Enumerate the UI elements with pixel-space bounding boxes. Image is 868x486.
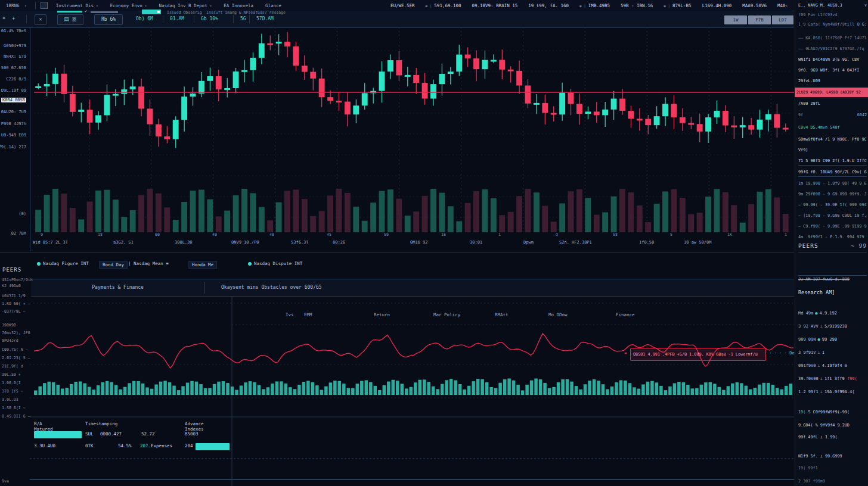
indicator-volume-bar bbox=[213, 384, 216, 395]
sidebar-list-item[interactable]: – 99.99( - 39.9E 1f( 999 994L bbox=[798, 202, 867, 207]
range-button[interactable]: F7B bbox=[748, 15, 771, 24]
sidebar-list-item[interactable]: 9m 29f090 - 9 G9 X99 99f9. J19 99f1.90 bbox=[798, 192, 867, 197]
crosshair-tool-icon[interactable]: ⌖ bbox=[2, 15, 5, 21]
candle bbox=[70, 94, 76, 112]
chart-annotation[interactable]: OBS01 4.991 .4PFB +S/B 1,089. K0% 6Bs@ -… bbox=[630, 348, 766, 361]
indicator-volume-bar bbox=[306, 381, 309, 395]
research-row: 39.f0V00⊥1f1 3ff9 f99( bbox=[798, 376, 867, 381]
sidebar-list-item[interactable]: 4m .9f99f1 - E.1.9. 994 979 779( bbox=[798, 235, 867, 239]
interval-item[interactable]: 5G bbox=[240, 16, 246, 21]
menu-label: EA Innovela bbox=[224, 3, 253, 8]
interval-item[interactable]: Ob) 6M bbox=[136, 16, 153, 21]
indicator-volume-bar bbox=[427, 382, 430, 395]
indicator-volume-bar bbox=[217, 382, 220, 395]
teal-badge[interactable] bbox=[142, 10, 161, 14]
peer-row[interactable]: 39L.S9 + bbox=[2, 372, 21, 377]
alert-row[interactable]: 2LU29 49G99: L4S9B (A939Y 92 bbox=[795, 88, 868, 97]
peer-row[interactable]: 1.S0 6(I ~ bbox=[2, 406, 26, 410]
candle bbox=[104, 95, 110, 115]
peer-row[interactable]: C09.7S( N – bbox=[2, 347, 28, 352]
check-icon: ✓ bbox=[85, 9, 87, 14]
peer-row[interactable]: 2.0I.23( 5 – bbox=[2, 356, 30, 360]
sidebar-list-item[interactable]: 1m 19.990 - 1.9f9 90( 49 9 E.C 9ffl bbox=[798, 181, 867, 186]
sidebar-line-text: – (19.f99 - 9.G9E C9UL 19 f.C19f 9 bbox=[798, 213, 867, 218]
menu-item[interactable]: Economy Envo▾ bbox=[110, 3, 147, 8]
indicator-volume-bar bbox=[231, 387, 234, 395]
ticker-value: MAA9.50V6 bbox=[742, 3, 767, 8]
peer-row[interactable]: J90K90 bbox=[2, 323, 16, 328]
legend-item[interactable]: Bond Day bbox=[99, 261, 128, 269]
brand-menu[interactable]: 1BRN6 ▾ bbox=[6, 3, 27, 8]
indicator-volume-bar bbox=[275, 381, 278, 395]
candlestick-chart[interactable] bbox=[30, 27, 794, 251]
legend-item[interactable]: Honda Me bbox=[188, 261, 217, 269]
toolbar-button[interactable]: Rb 6% bbox=[94, 14, 123, 25]
price-label: C226 0/9 bbox=[6, 77, 26, 82]
candle bbox=[534, 103, 540, 105]
volume-bar bbox=[465, 203, 471, 232]
legend-label: | Nasdaq Mean ≡ bbox=[128, 261, 169, 266]
sidebar-line-text: 99f.49fL ⊥ 1.99( bbox=[798, 435, 837, 440]
peer-row[interactable]: U04321.1/9 bbox=[2, 294, 26, 298]
remove-tool-button[interactable]: ✕ bbox=[35, 14, 46, 25]
peer-row[interactable]: 70mv32), JF0 bbox=[2, 331, 30, 335]
peer-row[interactable]: -0377/9L ~ bbox=[2, 309, 26, 314]
menu-item[interactable]: EA Innovela bbox=[224, 3, 253, 8]
peer-row[interactable]: 1.00.0(I bbox=[2, 381, 21, 385]
peer-row[interactable]: 4S1+P0vn7/9th bbox=[2, 278, 33, 282]
sidebar-line-right: ~ 99 bbox=[851, 242, 867, 249]
price-axis: 0G.4% 70eSG0504+979NN4X: $79500 67.65BC2… bbox=[0, 27, 30, 251]
legend-item[interactable]: | Nasdaq Mean ≡ bbox=[128, 261, 169, 266]
peer-row[interactable]: 3T0 IfS ~ bbox=[2, 389, 23, 394]
range-button[interactable]: LD7 bbox=[772, 15, 793, 24]
legend-item[interactable]: Nasdaq Dispute INT bbox=[248, 261, 302, 266]
tab-obstacles[interactable]: Okaysent mins Obstacles over 600/65 bbox=[221, 279, 322, 296]
sidebar-line-text: WN1f1 D4C40Vm 3(E 9G. C8V bbox=[798, 57, 859, 62]
tab-payments-finance[interactable]: Payments & Finance bbox=[31, 279, 204, 296]
peer-row[interactable]: 21E.9f( d bbox=[2, 364, 23, 369]
menu-item[interactable]: Instrument Dis▾ bbox=[56, 3, 98, 8]
candle bbox=[516, 71, 522, 86]
sidebar-list-item[interactable]: – C9.f99( - 9.99E .99 9199 9C14( bbox=[798, 224, 867, 229]
peer-row[interactable]: 1.RO 60( + – bbox=[2, 301, 30, 306]
menu-item[interactable]: Glance bbox=[265, 3, 281, 8]
legend-item[interactable]: Nasdaq Figure INT bbox=[37, 261, 89, 266]
indicator-volume-bar bbox=[79, 381, 82, 395]
candle bbox=[491, 60, 497, 62]
toolbar-button[interactable]: 回 器 bbox=[57, 14, 83, 25]
volume-bar bbox=[87, 201, 93, 232]
volume-bar bbox=[113, 200, 119, 232]
peer-row[interactable]: 0.4S.0II 6 – bbox=[2, 414, 30, 419]
peer-row[interactable]: 3.9L.U3 bbox=[2, 397, 18, 402]
indicator-volume-bar bbox=[740, 383, 743, 395]
sidebar-highlight-token: 10( bbox=[798, 410, 808, 415]
volume-bar bbox=[156, 194, 162, 232]
volume-bar bbox=[714, 189, 720, 232]
peer-row[interactable]: 9va bbox=[2, 479, 9, 484]
candle bbox=[241, 70, 247, 72]
interval-item[interactable]: 57D.AM bbox=[256, 16, 274, 21]
interval-item[interactable]: 01.AM bbox=[170, 16, 184, 21]
indicator-volume-bar bbox=[606, 390, 609, 395]
volume-bar bbox=[516, 196, 522, 232]
marker-icon: ⊥ bbox=[820, 390, 823, 394]
indicator-volume-bar bbox=[539, 379, 542, 395]
volume-bar bbox=[224, 211, 230, 232]
interval-item[interactable]: Gb 10% bbox=[201, 16, 218, 21]
research-label: Md 49m bbox=[798, 311, 813, 316]
candle bbox=[619, 99, 625, 111]
candle bbox=[473, 58, 479, 69]
range-button[interactable]: 1W bbox=[724, 15, 747, 24]
volume-bar bbox=[207, 200, 213, 232]
peer-row[interactable]: K2 49Gu0 bbox=[2, 284, 21, 288]
peer-row[interactable]: 9PU4Jrd bbox=[2, 338, 18, 343]
menu-item[interactable]: Nasdaq Inv B Depot▾ bbox=[159, 3, 212, 8]
add-tool-icon[interactable]: + bbox=[12, 15, 15, 21]
indicator-volume-bar bbox=[235, 390, 238, 395]
sidebar-list-item[interactable]: – (19.f99 - 9.G9E C9UL 19 f.C19f 9 bbox=[798, 213, 867, 218]
indicator-volume-bar bbox=[154, 385, 157, 395]
candle bbox=[482, 60, 488, 70]
sidebar-line-text: Vf9) bbox=[798, 148, 808, 152]
volume-bar bbox=[95, 191, 101, 232]
indicator-chart[interactable] bbox=[30, 296, 794, 486]
